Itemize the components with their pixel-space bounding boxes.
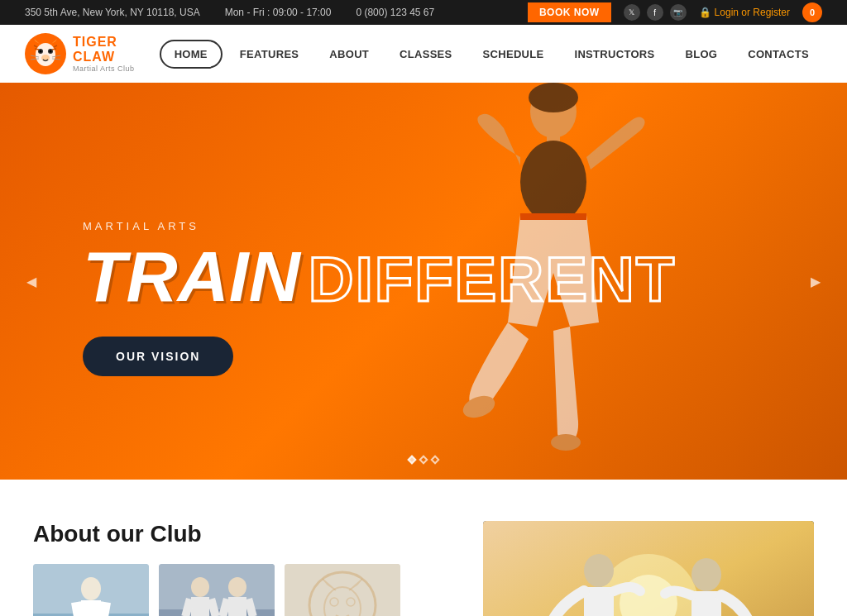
thumbnail-3[interactable]: [285, 564, 400, 616]
top-bar-right: BOOK NOW 𝕏 f 📷 🔒 Login or Register 0: [528, 2, 822, 22]
logo-title: TIGERCLAW: [73, 35, 135, 64]
top-bar: 350 5th Ave, New York, NY 10118, USA Mon…: [0, 0, 847, 25]
social-icons: 𝕏 f 📷: [624, 4, 687, 21]
twitter-icon[interactable]: 𝕏: [624, 4, 640, 21]
hero-content: MARTIAL ARTS TRAIN DIFFERENT OUR VISION: [0, 220, 758, 376]
svg-point-59: [584, 554, 614, 587]
nav-item-contacts[interactable]: CONTACTS: [735, 41, 822, 67]
nav-item-about[interactable]: ABOUT: [316, 41, 382, 67]
thumbnail-3-image: [285, 564, 400, 616]
nav-item-blog[interactable]: BLOG: [672, 41, 730, 67]
about-thumbnails: [33, 564, 450, 616]
nav-menu: HOME FEATURES ABOUT CLASSES SCHEDULE INS…: [160, 40, 822, 69]
about-section: About our Club: [0, 480, 847, 616]
login-register-link[interactable]: 🔒 Login or Register: [699, 7, 790, 18]
svg-point-21: [520, 141, 586, 223]
nav-item-home[interactable]: HOME: [160, 40, 223, 69]
logo-text: TIGERCLAW Martial Arts Club: [73, 35, 135, 72]
hours-text: Mon - Fri : 09:00 - 17:00: [225, 7, 332, 18]
svg-point-25: [529, 83, 578, 112]
hero-title-train: TRAIN: [83, 241, 300, 312]
about-right-image: [483, 521, 814, 616]
book-now-button[interactable]: BOOK NOW: [528, 2, 611, 22]
nav-item-instructors[interactable]: INSTRUCTORS: [562, 41, 668, 67]
navbar: TIGERCLAW Martial Arts Club HOME FEATURE…: [0, 25, 847, 83]
thumbnail-1[interactable]: [33, 564, 149, 616]
nav-item-schedule[interactable]: SCHEDULE: [470, 41, 557, 67]
our-vision-button[interactable]: OUR VISION: [83, 337, 233, 376]
svg-point-5: [50, 50, 52, 53]
phone-text: 0 (800) 123 45 67: [356, 7, 434, 18]
logo[interactable]: TIGERCLAW Martial Arts Club: [25, 33, 135, 74]
hero-title: TRAIN DIFFERENT: [83, 241, 676, 312]
facebook-icon[interactable]: f: [647, 4, 663, 21]
instagram-icon[interactable]: 📷: [670, 4, 687, 21]
thumbnail-2[interactable]: [159, 564, 275, 616]
cart-button[interactable]: 0: [802, 2, 822, 22]
svg-rect-29: [81, 600, 101, 616]
svg-point-28: [81, 577, 101, 600]
hero-section: MARTIAL ARTS TRAIN DIFFERENT OUR VISION …: [0, 83, 847, 480]
arrow-left-icon: ◀: [26, 274, 36, 289]
svg-rect-37: [191, 597, 209, 616]
thumbnail-1-image: [33, 564, 149, 616]
logo-subtitle: Martial Arts Club: [73, 64, 135, 73]
nav-item-features[interactable]: FEATURES: [227, 41, 313, 67]
cart-count: 0: [810, 7, 815, 17]
svg-point-36: [191, 577, 209, 597]
about-left-content: About our Club: [33, 521, 450, 616]
tiger-icon: [26, 35, 65, 73]
about-title: About our Club: [33, 521, 450, 547]
prev-slide-button[interactable]: ◀: [17, 266, 46, 296]
hero-title-different: DIFFERENT: [309, 248, 676, 311]
svg-rect-43: [228, 597, 246, 616]
top-bar-left: 350 5th Ave, New York, NY 10118, USA Mon…: [25, 7, 434, 18]
nav-item-classes[interactable]: CLASSES: [386, 41, 466, 67]
address-text: 350 5th Ave, New York, NY 10118, USA: [25, 7, 200, 18]
svg-line-12: [35, 49, 39, 50]
arrow-right-icon: ▶: [811, 274, 821, 289]
about-main-image: [483, 521, 814, 616]
svg-line-14: [52, 49, 56, 50]
login-text: Login or Register: [715, 7, 790, 18]
hero-subtitle: MARTIAL ARTS: [83, 220, 676, 232]
svg-point-64: [691, 558, 721, 591]
svg-point-4: [40, 50, 42, 53]
svg-point-42: [228, 577, 246, 597]
svg-point-23: [551, 434, 581, 451]
next-slide-button[interactable]: ▶: [801, 266, 830, 296]
logo-icon: [25, 33, 66, 74]
thumbnail-2-image: [159, 564, 275, 616]
